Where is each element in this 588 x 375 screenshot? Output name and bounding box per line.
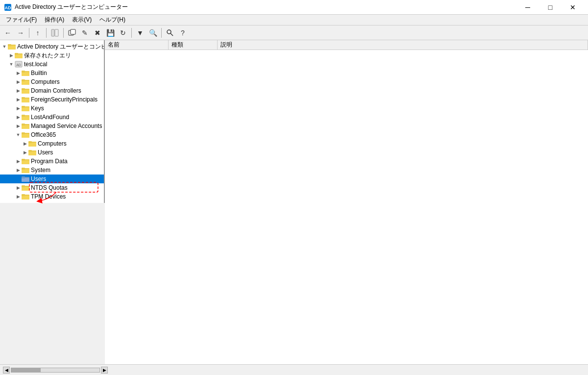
minimize-button[interactable]: ─ (516, 0, 539, 15)
expander-program-data: ▶ (15, 158, 22, 165)
expander-system: ▶ (15, 167, 22, 174)
folder-icon-office365 (22, 131, 29, 139)
office365-computers-label: Computers (38, 140, 67, 147)
svg-rect-38 (22, 134, 29, 138)
tree-node-row-program-data[interactable]: ▶ Program Data (0, 157, 104, 166)
menu-file[interactable]: ファイル(F) (2, 15, 41, 25)
tree-node-row-tpm-devices[interactable]: ▶ TPM Devices (0, 192, 104, 201)
svg-rect-44 (28, 151, 36, 155)
menu-help[interactable]: ヘルプ(H) (96, 15, 129, 25)
folder-icon-foreign-security (22, 96, 29, 103)
status-left: ◀ ▶ (3, 367, 585, 374)
back-button[interactable]: ← (2, 27, 14, 39)
tree-node-row-office365[interactable]: ▼ Office365 (0, 130, 104, 139)
refresh-button[interactable]: ↻ (117, 27, 129, 39)
folder-icon-root (8, 43, 16, 50)
svg-rect-21 (22, 79, 25, 81)
expander-foreign-security: ▶ (15, 96, 22, 103)
tree-panel[interactable]: ▼ Active Directory ユーザーとコンピューター [AC ▶ 保存… (0, 40, 105, 203)
svg-rect-26 (22, 99, 29, 102)
expander-lost-found: ▶ (15, 114, 22, 121)
folder-icon-saved-queries (15, 51, 23, 59)
tree-node-row-computers[interactable]: ▶ Computers (0, 77, 104, 86)
tree-node-row-keys[interactable]: ▶ Keys (0, 104, 104, 113)
folder-icon-builtin (22, 69, 29, 77)
svg-rect-3 (55, 29, 58, 36)
folder-icon-managed-service (22, 122, 29, 130)
find-button[interactable] (164, 27, 176, 39)
expander-root: ▼ (1, 43, 8, 50)
office365-label: Office365 (31, 131, 56, 138)
toolbar-separator-2 (46, 28, 47, 38)
svg-rect-18 (22, 71, 25, 73)
right-content[interactable] (105, 50, 588, 364)
folder-icon-lost-found (22, 113, 29, 121)
col-header-type[interactable]: 種類 (169, 40, 218, 50)
expander-keys: ▶ (15, 105, 22, 112)
help-button[interactable]: ? (177, 27, 189, 39)
tree-node-row-root[interactable]: ▼ Active Directory ユーザーとコンピューター [AC (0, 42, 104, 51)
users-label: Users (31, 175, 46, 182)
tree-node-root: ▼ Active Directory ユーザーとコンピューター [AC ▶ 保存… (0, 42, 104, 201)
tree-node-row-saved-queries[interactable]: ▶ 保存されたクエリ (0, 51, 104, 60)
tree-node-row-ntds-quotas[interactable]: ▶ NTDS Quotas (0, 183, 104, 192)
col-header-description[interactable]: 説明 (218, 40, 588, 50)
properties-button[interactable]: ✎ (79, 27, 91, 39)
toolbar-separator-4 (131, 28, 132, 38)
svg-rect-42 (28, 141, 32, 143)
tree-node-row-foreign-security[interactable]: ▶ ForeignSecurityPrincipals (0, 95, 104, 104)
restore-button[interactable]: □ (539, 0, 562, 15)
forward-button[interactable]: → (15, 27, 26, 39)
lost-found-label: LostAndFound (31, 114, 69, 121)
svg-rect-5 (71, 29, 75, 34)
tree-root: ▼ Active Directory ユーザーとコンピューター [AC ▶ 保存… (0, 40, 104, 203)
svg-rect-57 (22, 185, 25, 187)
folder-icon-office365-users (28, 149, 36, 156)
menu-action[interactable]: 操作(A) (41, 15, 68, 25)
folder-icon-keys (22, 104, 29, 112)
svg-rect-27 (22, 97, 25, 99)
root-label: Active Directory ユーザーとコンピューター [AC (17, 43, 105, 51)
scroll-thumb (11, 368, 41, 372)
app-icon: AD (4, 3, 12, 11)
filter-button[interactable]: ▼ (134, 27, 146, 39)
svg-rect-13 (15, 53, 18, 55)
svg-rect-20 (22, 81, 29, 85)
folder-icon-office365-computers (28, 140, 36, 148)
new-window-button[interactable] (66, 27, 78, 39)
show-hide-console-tree[interactable] (49, 27, 61, 39)
scroll-right-btn[interactable]: ▶ (101, 367, 108, 374)
folder-icon-program-data (22, 157, 29, 165)
tree-node-row-builtin[interactable]: ▶ Builtin (0, 69, 104, 77)
expander-domain-controllers: ▶ (15, 87, 22, 94)
col-header-name[interactable]: 名前 (105, 40, 169, 50)
scroll-left-btn[interactable]: ◀ (3, 367, 10, 374)
up-button[interactable]: ↑ (32, 27, 44, 39)
delete-button[interactable]: ✖ (92, 27, 103, 39)
menu-bar: ファイル(F) 操作(A) 表示(V) ヘルプ(H) (0, 15, 588, 25)
menu-view[interactable]: 表示(V) (68, 15, 96, 25)
ntds-quotas-label: NTDS Quotas (31, 184, 68, 191)
tree-node-row-domain[interactable]: ▼ AD test.local (0, 60, 104, 69)
search-button[interactable]: 🔍 (147, 27, 159, 39)
svg-rect-12 (15, 54, 23, 58)
tree-node-row-lost-found[interactable]: ▶ LostAndFound (0, 113, 104, 122)
folder-icon-system (22, 166, 29, 174)
tree-node-row-office365-users[interactable]: ▶ Users (0, 148, 104, 157)
tree-node-row-users[interactable]: ▶ Users (0, 175, 104, 183)
close-button[interactable]: ✕ (562, 0, 584, 15)
foreign-security-label: ForeignSecurityPrincipals (31, 96, 98, 103)
tree-node-row-system[interactable]: ▶ System (0, 166, 104, 175)
expander-office365: ▼ (15, 131, 22, 138)
tree-node-row-office365-computers[interactable]: ▶ Computers (0, 139, 104, 148)
tree-node-row-managed-service[interactable]: ▶ Managed Service Accounts (0, 122, 104, 130)
svg-text:AD: AD (5, 5, 11, 10)
title-bar-controls: ─ □ ✕ (516, 0, 584, 15)
svg-point-6 (167, 30, 171, 34)
export-button[interactable]: 💾 (104, 27, 116, 39)
tree-node-row-domain-controllers[interactable]: ▶ Domain Controllers (0, 86, 104, 95)
title-bar: AD Active Directory ユーザーとコンピューター ─ □ ✕ (0, 0, 588, 15)
svg-text:AD: AD (16, 63, 21, 67)
expander-domain: ▼ (8, 61, 15, 68)
svg-rect-47 (22, 160, 29, 164)
